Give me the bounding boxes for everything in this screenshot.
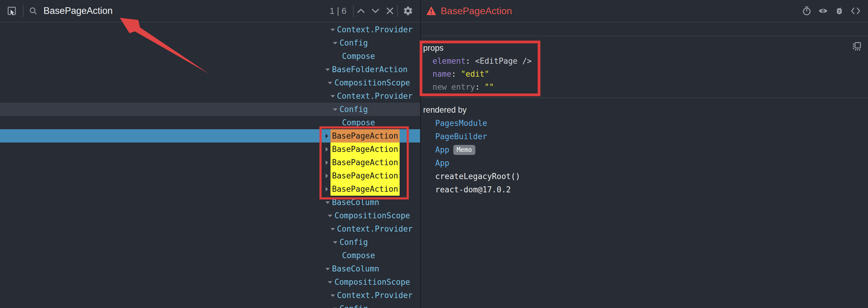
tree-row-basecolumn[interactable]: BaseColumn	[0, 262, 420, 275]
component-name: BasePageAction	[331, 156, 400, 169]
chevron-expanded-icon[interactable]	[325, 201, 332, 204]
owner-row-pagebuilder[interactable]: PageBuilder	[421, 130, 868, 143]
owner-name: react-dom@17.0.2	[435, 183, 511, 196]
prop-key: element	[433, 57, 466, 65]
tree-row-config[interactable]: Config	[0, 103, 420, 116]
component-name: BasePageAction	[331, 182, 400, 196]
component-tree-panel: BasePageAction 1 | 6	[0, 0, 420, 308]
component-name: Config	[340, 236, 368, 249]
chevron-expanded-icon[interactable]	[330, 294, 337, 297]
tree-row-context-provider[interactable]: Context.Provider	[0, 222, 420, 236]
owner-row-app[interactable]: AppMemo	[421, 143, 868, 156]
prop-row[interactable]: element: <EditPage />	[421, 55, 868, 68]
inspected-element-panel: BasePageAction	[421, 0, 868, 308]
search-icon	[29, 7, 37, 15]
tree-row-config[interactable]: Config	[0, 236, 420, 249]
tree-row-basepageaction[interactable]: BasePageAction	[0, 143, 420, 156]
tree-row-basepageaction[interactable]: BasePageAction	[0, 129, 420, 143]
copy-icon[interactable]	[852, 42, 861, 51]
chevron-down-icon[interactable]	[370, 5, 381, 16]
tree-row-context-provider[interactable]: Context.Provider	[0, 23, 420, 36]
prop-key: new entry	[433, 83, 475, 92]
gear-icon[interactable]	[403, 5, 413, 16]
tree-row-compose[interactable]: Compose	[0, 50, 420, 63]
rendered-by-list: PagesModulePageBuilderAppMemoAppcreateLe…	[421, 117, 868, 196]
eye-icon[interactable]	[818, 6, 828, 16]
tree-row-basefolderaction[interactable]: BaseFolderAction	[0, 63, 420, 76]
owner-name: PageBuilder	[435, 130, 487, 143]
tree-row-config[interactable]: Config	[0, 36, 420, 50]
owner-row-createlegacyroot-: createLegacyRoot()	[421, 170, 868, 183]
warning-icon	[426, 6, 436, 16]
chevron-expanded-icon[interactable]	[328, 280, 334, 284]
props-section: props element: <EditPage />name: "edit"n…	[421, 36, 868, 98]
owner-name: createLegacyRoot()	[435, 170, 520, 183]
chevron-expanded-icon[interactable]	[325, 68, 332, 71]
component-name: Compose	[342, 50, 375, 63]
chevron-expanded-icon[interactable]	[333, 241, 340, 244]
search-result-count: 1 | 6	[330, 6, 346, 16]
close-icon[interactable]	[384, 5, 395, 16]
tree-row-compositionscope[interactable]: CompositionScope	[0, 209, 420, 222]
component-tree: Context.ProviderConfigComposeBaseFolderA…	[0, 23, 420, 308]
prop-value[interactable]: <EditPage />	[475, 57, 532, 65]
react-devtools-components-panel: BasePageAction 1 | 6	[0, 0, 868, 308]
chevron-expanded-icon[interactable]	[330, 227, 337, 231]
search-input[interactable]: BasePageAction	[43, 5, 330, 16]
props-heading: props	[421, 36, 868, 55]
component-name: Config	[340, 302, 368, 308]
tree-row-config[interactable]: Config	[0, 302, 420, 308]
stopwatch-icon[interactable]	[802, 6, 811, 16]
component-name: Config	[340, 103, 368, 116]
tree-row-compositionscope[interactable]: CompositionScope	[0, 275, 420, 289]
inspected-element-header: BasePageAction	[421, 0, 868, 22]
component-name: Context.Provider	[337, 222, 412, 236]
prop-row[interactable]: new entry: ""	[421, 81, 868, 94]
tree-row-context-provider[interactable]: Context.Provider	[0, 89, 420, 103]
chevron-expanded-icon[interactable]	[333, 41, 340, 45]
prop-colon: :	[475, 83, 485, 92]
code-brackets-icon[interactable]	[851, 6, 860, 16]
owner-name: PagesModule	[435, 117, 487, 130]
props-list: element: <EditPage />name: "edit"new ent…	[421, 55, 868, 94]
inspect-element-icon[interactable]	[7, 6, 17, 16]
owner-row-react-dom-17-0-2: react-dom@17.0.2	[421, 183, 868, 196]
prop-row[interactable]: name: "edit"	[421, 68, 868, 81]
tree-row-context-provider[interactable]: Context.Provider	[0, 289, 420, 302]
component-name: Compose	[342, 116, 375, 129]
prop-value[interactable]: "edit"	[461, 69, 489, 79]
component-name: BaseColumn	[332, 196, 379, 209]
component-name: Compose	[342, 249, 375, 262]
tree-row-compose[interactable]: Compose	[0, 249, 420, 262]
owner-row-pagesmodule[interactable]: PagesModule	[421, 117, 868, 130]
chevron-expanded-icon[interactable]	[330, 94, 337, 98]
prop-colon: :	[466, 57, 475, 65]
component-name: CompositionScope	[334, 209, 410, 222]
chevron-up-icon[interactable]	[355, 5, 366, 16]
bug-icon[interactable]	[835, 6, 844, 16]
prop-colon: :	[452, 69, 461, 79]
tree-row-basepageaction[interactable]: BasePageAction	[0, 169, 420, 182]
tree-row-basecolumn[interactable]: BaseColumn	[0, 196, 420, 209]
tree-row-basepageaction[interactable]: BasePageAction	[0, 182, 420, 196]
prop-value[interactable]: ""	[485, 83, 494, 92]
toolbar-divider	[23, 5, 24, 17]
inspector-actions	[802, 6, 868, 16]
chevron-expanded-icon[interactable]	[325, 267, 332, 271]
chevron-expanded-icon[interactable]	[333, 108, 340, 111]
owner-name: App	[435, 143, 450, 156]
tree-row-compositionscope[interactable]: CompositionScope	[0, 76, 420, 89]
inspected-component-name: BasePageAction	[441, 5, 802, 17]
owner-row-app[interactable]: App	[421, 156, 868, 170]
chevron-expanded-icon[interactable]	[328, 214, 334, 217]
tree-row-basepageaction[interactable]: BasePageAction	[0, 156, 420, 169]
memo-badge: Memo	[453, 145, 475, 155]
component-name: CompositionScope	[334, 76, 410, 89]
chevron-expanded-icon[interactable]	[333, 307, 340, 308]
tree-row-compose[interactable]: Compose	[0, 116, 420, 129]
component-name: BaseColumn	[332, 262, 379, 275]
chevron-expanded-icon[interactable]	[328, 81, 334, 85]
chevron-expanded-icon[interactable]	[330, 28, 337, 31]
owner-name: App	[435, 156, 450, 170]
native-elements-strip	[421, 22, 868, 36]
